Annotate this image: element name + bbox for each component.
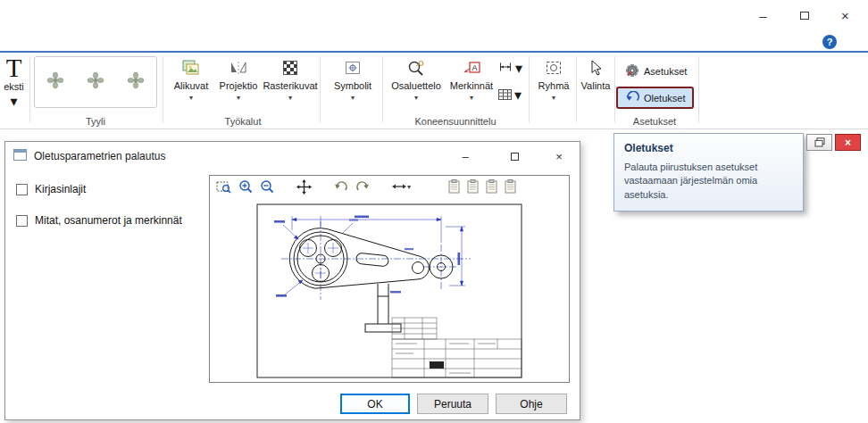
paste-tool-icon-4[interactable] bbox=[505, 178, 516, 195]
ribbon: T eksti ▾ Tyyli Alikuvat ▾ Projektio ▾ R… bbox=[0, 51, 868, 129]
dimension-tool-button[interactable]: ▾ bbox=[498, 60, 522, 77]
ribbon-divider bbox=[698, 56, 699, 122]
svg-text:A: A bbox=[472, 63, 477, 72]
symbolit-label: Symbolit bbox=[334, 80, 371, 92]
group-label-tyyli: Tyyli bbox=[34, 116, 157, 127]
ribbon-divider bbox=[29, 56, 30, 122]
valinta-button[interactable]: Valinta bbox=[579, 55, 613, 92]
teksti-button[interactable]: T eksti ▾ bbox=[0, 54, 28, 110]
dialog-close-button[interactable]: × bbox=[541, 143, 577, 170]
checkbox-mitat[interactable]: Mitat, osanumerot ja merkinnät bbox=[16, 214, 182, 227]
oletukset-label: Oletukset bbox=[644, 93, 685, 104]
move-view-button[interactable]: ▾ bbox=[392, 178, 411, 195]
ribbon-divider bbox=[529, 56, 530, 122]
checkbox-box[interactable] bbox=[16, 215, 28, 227]
cancel-button[interactable]: Peruuta bbox=[417, 394, 488, 414]
symbolit-button[interactable]: Symbolit ▾ bbox=[327, 55, 379, 102]
drawing-preview-panel: ▾ bbox=[209, 175, 570, 383]
window-close-button[interactable]: × bbox=[825, 2, 865, 29]
preview-toolbar: ▾ bbox=[210, 176, 569, 197]
merkinnat-button[interactable]: A Merkinnät ▾ bbox=[447, 55, 497, 102]
osaluettelo-button[interactable]: Osaluettelo ▾ bbox=[388, 55, 445, 102]
annotation-icon: A bbox=[463, 55, 480, 80]
maximize-icon bbox=[511, 153, 519, 161]
chevron-down-icon: ▾ bbox=[414, 94, 418, 102]
chevron-down-icon: ▾ bbox=[552, 94, 555, 102]
minimize-icon: – bbox=[462, 150, 468, 163]
text-tool-icon: T bbox=[6, 54, 22, 81]
rasterikuvat-button[interactable]: Rasterikuvat ▾ bbox=[263, 55, 318, 102]
oletukset-tooltip: Oletukset Palauta piirustuksen asetukset… bbox=[613, 133, 804, 212]
group-label-koneensuunnittelu: Koneensuunnittelu bbox=[384, 116, 527, 127]
ryhma-button[interactable]: Ryhmä ▾ bbox=[534, 55, 573, 102]
ribbon-divider bbox=[320, 56, 321, 122]
pan-icon[interactable] bbox=[296, 178, 312, 195]
chevron-down-icon: ▾ bbox=[189, 94, 193, 102]
dialog-maximize-button[interactable] bbox=[497, 143, 532, 170]
app-titlebar: – × bbox=[0, 0, 868, 31]
rotate-cw-icon[interactable] bbox=[355, 178, 370, 195]
zoom-in-icon[interactable] bbox=[238, 178, 253, 195]
dialog-icon bbox=[13, 148, 27, 164]
projektio-label: Projektio bbox=[220, 80, 258, 92]
maximize-icon bbox=[800, 12, 809, 20]
asetukset-label: Asetukset bbox=[644, 66, 687, 77]
ribbon-divider bbox=[163, 56, 163, 122]
chevron-down-icon: ▾ bbox=[10, 93, 17, 110]
tooltip-title: Oletukset bbox=[624, 142, 793, 154]
alikuvat-button[interactable]: Alikuvat ▾ bbox=[168, 55, 214, 102]
alikuvat-label: Alikuvat bbox=[174, 80, 209, 92]
dialog-title: Oletusparametrien palautus bbox=[34, 150, 165, 162]
symbols-icon bbox=[345, 55, 361, 80]
table-tool-button[interactable]: ▾ bbox=[498, 87, 522, 104]
gear-icon bbox=[625, 63, 639, 79]
chevron-down-icon: ▾ bbox=[237, 94, 240, 102]
window-minimize-button[interactable]: – bbox=[743, 2, 783, 29]
checkbox-kirjasinlajit[interactable]: Kirjasinlajit bbox=[16, 183, 86, 195]
dialog-minimize-button[interactable]: – bbox=[447, 143, 483, 170]
help-button[interactable]: ? bbox=[822, 35, 837, 49]
group-label-tyokalut: Työkalut bbox=[168, 116, 318, 127]
oletukset-button[interactable]: Oletukset bbox=[616, 87, 694, 109]
ribbon-divider bbox=[382, 56, 383, 122]
reset-defaults-dialog: Oletusparametrien palautus – × Kirjasinl… bbox=[4, 141, 580, 420]
chevron-down-icon: ▾ bbox=[407, 183, 411, 191]
document-restore-button[interactable] bbox=[806, 134, 832, 151]
close-icon: × bbox=[845, 137, 851, 149]
teksti-label: eksti bbox=[4, 81, 24, 93]
projektio-button[interactable]: Projektio ▾ bbox=[216, 55, 261, 102]
checkbox-box[interactable] bbox=[16, 184, 28, 195]
window-maximize-button[interactable] bbox=[784, 2, 824, 29]
style-swatch-icon[interactable] bbox=[127, 71, 145, 93]
undo-arrow-icon bbox=[625, 91, 639, 104]
dialog-titlebar[interactable]: Oletusparametrien palautus bbox=[5, 142, 580, 170]
rotate-ccw-icon[interactable] bbox=[334, 178, 348, 195]
restore-icon bbox=[814, 135, 825, 151]
group-selection-icon bbox=[546, 55, 562, 80]
checkbox-label: Kirjasinlajit bbox=[35, 183, 86, 195]
style-swatch-icon[interactable] bbox=[46, 71, 64, 93]
cursor-icon bbox=[589, 55, 602, 80]
tooltip-body: Palauta piirustuksen asetukset vastaamaa… bbox=[624, 161, 783, 202]
close-icon: × bbox=[841, 8, 849, 23]
help-button-dialog[interactable]: Ohje bbox=[496, 394, 567, 414]
style-gallery[interactable] bbox=[34, 56, 157, 108]
document-window-controls: × bbox=[806, 134, 861, 151]
chevron-down-icon: ▾ bbox=[514, 87, 522, 104]
parts-list-magnifier-icon bbox=[407, 55, 425, 80]
zoom-out-icon[interactable] bbox=[260, 178, 274, 195]
paste-tool-icon-2[interactable] bbox=[467, 178, 479, 195]
paste-tool-icon-1[interactable] bbox=[448, 178, 460, 195]
minimize-icon: – bbox=[759, 8, 766, 23]
zoom-window-icon[interactable] bbox=[216, 178, 231, 195]
paste-tool-icon-3[interactable] bbox=[486, 178, 497, 195]
table-grid-icon bbox=[498, 87, 512, 104]
dimension-icon bbox=[498, 61, 513, 77]
chevron-down-icon: ▾ bbox=[470, 94, 473, 102]
checkbox-label: Mitat, osanumerot ja merkinnät bbox=[35, 214, 182, 227]
style-swatch-icon[interactable] bbox=[87, 71, 104, 93]
document-close-button[interactable]: × bbox=[835, 134, 861, 151]
asetukset-button[interactable]: Asetukset bbox=[620, 61, 692, 82]
merkinnat-label: Merkinnät bbox=[450, 80, 493, 92]
ok-button[interactable]: OK bbox=[340, 394, 410, 414]
